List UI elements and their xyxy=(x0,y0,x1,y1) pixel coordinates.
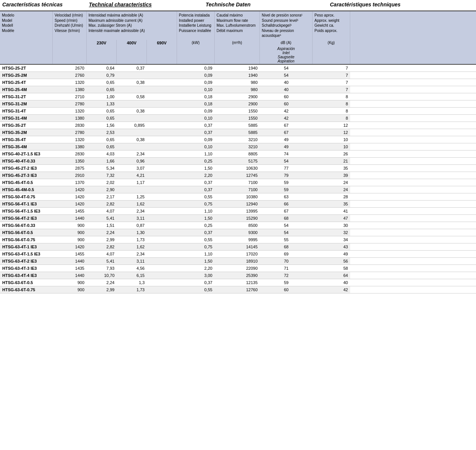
table-row: HTSG-40-2T-1.5 IE328304,032,341,10880574… xyxy=(0,150,476,157)
cell-690 xyxy=(147,172,177,179)
cell-power: 1,50 xyxy=(177,214,215,222)
cell-flow: 2900 xyxy=(215,93,260,100)
cell-speed: 1420 xyxy=(53,186,87,193)
cell-model: HTSG-63-4T-1.5 IE3 xyxy=(0,250,53,257)
cell-sound: 54 xyxy=(260,71,313,79)
cell-230: 5,41 xyxy=(87,257,117,265)
cell-weight: 24 xyxy=(313,179,350,186)
cell-power: 1,10 xyxy=(177,150,215,157)
data-rows: HTSG-25-2T26700,640,370,091940547HTSG-25… xyxy=(0,65,476,293)
cell-sound: 54 xyxy=(260,222,313,229)
cell-power: 1,10 xyxy=(177,250,215,257)
cell-sound: 54 xyxy=(260,157,313,164)
cell-230: 1,66 xyxy=(87,157,117,164)
cell-690 xyxy=(147,107,177,114)
col-speed-header: Velocidad (r/min) Speed (r/min) Drehzahl… xyxy=(53,11,87,40)
cell-690 xyxy=(147,193,177,200)
cell-speed: 2910 xyxy=(53,172,87,179)
col-weight-header: Peso aprox. Approx. weight Gewicht ca. P… xyxy=(313,11,350,40)
cell-model: HTSG-56-6T-0.75 xyxy=(0,236,53,243)
cell-speed: 1370 xyxy=(53,179,87,186)
cell-400: 0,87 xyxy=(117,222,147,229)
power-unit: (kW) xyxy=(177,40,215,46)
cell-690 xyxy=(147,65,177,72)
cell-400 xyxy=(117,114,147,122)
cell-flow: 9300 xyxy=(215,229,260,236)
cell-690 xyxy=(147,179,177,186)
model-unit-spacer xyxy=(0,40,53,46)
cell-weight: 10 xyxy=(313,143,350,150)
cell-flow: 18910 xyxy=(215,257,260,265)
cell-400: 0,37 xyxy=(117,65,147,72)
cell-power: 0,55 xyxy=(177,193,215,200)
cell-sound: 67 xyxy=(260,122,313,129)
cell-230: 0,65 xyxy=(87,107,117,114)
cell-flow: 10380 xyxy=(215,193,260,200)
cell-flow: 12135 xyxy=(215,279,260,286)
cell-sound: 40 xyxy=(260,79,313,86)
cell-400: 0,38 xyxy=(117,107,147,114)
cell-power: 1,10 xyxy=(177,207,215,214)
cell-power: 0,37 xyxy=(177,279,215,286)
table-row: HTSG-45-2T-2 IE328755,343,071,5010630773… xyxy=(0,164,476,172)
cell-speed: 1420 xyxy=(53,193,87,200)
cell-230: 0,79 xyxy=(87,71,117,79)
cell-power: 2,20 xyxy=(177,265,215,272)
cell-230: 2,24 xyxy=(87,229,117,236)
inlet-230-spacer xyxy=(87,46,117,64)
cell-speed: 2830 xyxy=(53,150,87,157)
cell-230: 2,53 xyxy=(87,129,117,136)
cell-400: 4,56 xyxy=(117,265,147,272)
cell-model: HTSG-45-2T-2 IE3 xyxy=(0,164,53,172)
cell-400 xyxy=(117,100,147,107)
cell-power: 3,00 xyxy=(177,272,215,279)
cell-weight: 47 xyxy=(313,214,350,222)
inlet-power-spacer xyxy=(177,46,215,64)
cell-weight: 35 xyxy=(313,200,350,207)
cell-sound: 79 xyxy=(260,172,313,179)
cell-model: HTSG-25-4M xyxy=(0,86,53,93)
cell-weight: 39 xyxy=(313,172,350,179)
cell-weight: 7 xyxy=(313,65,350,72)
cell-speed: 1380 xyxy=(53,114,87,122)
cell-flow: 2900 xyxy=(215,100,260,107)
cell-sound: 59 xyxy=(260,186,313,193)
cell-flow: 8500 xyxy=(215,222,260,229)
cell-power: 0,37 xyxy=(177,122,215,129)
cell-model: HTSG-63-4T-2 IE3 xyxy=(0,257,53,265)
cell-model: HTSG-45-4T-0.5 xyxy=(0,179,53,186)
cell-flow: 3210 xyxy=(215,143,260,150)
table-row: HTSG-56-6T-0.759002,991,730,5599955534 xyxy=(0,236,476,243)
table-row: HTSG-45-4M-0.514202,900,3771005924 xyxy=(0,186,476,193)
col-headers-area: Modelo Model Modell Modèle Velocidad (r/… xyxy=(0,11,476,65)
cell-weight: 32 xyxy=(313,229,350,236)
inlet-row: Aspiración Inlet Saugseite Aspiration xyxy=(0,46,476,65)
cell-690 xyxy=(147,214,177,222)
inlet-690-spacer xyxy=(147,46,177,64)
cell-400: 1,62 xyxy=(117,243,147,250)
cell-power: 0,10 xyxy=(177,86,215,93)
cell-flow: 1550 xyxy=(215,114,260,122)
cell-power: 0,37 xyxy=(177,179,215,186)
cell-flow: 7100 xyxy=(215,186,260,193)
cell-power: 2,20 xyxy=(177,172,215,179)
cell-weight: 30 xyxy=(313,222,350,229)
cell-weight: 43 xyxy=(313,243,350,250)
cell-230: 0,65 xyxy=(87,114,117,122)
cell-power: 0,18 xyxy=(177,93,215,100)
col-model-header: Modelo Model Modell Modèle xyxy=(0,11,53,40)
lang-header-row: Características técnicas Technical chara… xyxy=(0,0,476,11)
cell-speed: 2780 xyxy=(53,100,87,107)
table-row: HTSG-35-4M13800,650,1032104910 xyxy=(0,143,476,150)
cell-speed: 900 xyxy=(53,236,87,243)
cell-flow: 12940 xyxy=(215,200,260,207)
table-row: HTSG-31-4T13200,650,380,091550428 xyxy=(0,107,476,114)
table-row: HTSG-56-6T-0.59002,241,300,3793005432 xyxy=(0,229,476,236)
cell-230: 0,65 xyxy=(87,86,117,93)
cell-speed: 1320 xyxy=(53,136,87,143)
cell-weight: 12 xyxy=(313,122,350,129)
es-title: Características técnicas xyxy=(0,0,87,9)
cell-power: 0,09 xyxy=(177,65,215,72)
table-row: HTSG-56-4T-1.5 IE314554,072,341,10139956… xyxy=(0,207,476,214)
table-row: HTSG-63-4T-1 IE314202,821,620,7514145684… xyxy=(0,243,476,250)
